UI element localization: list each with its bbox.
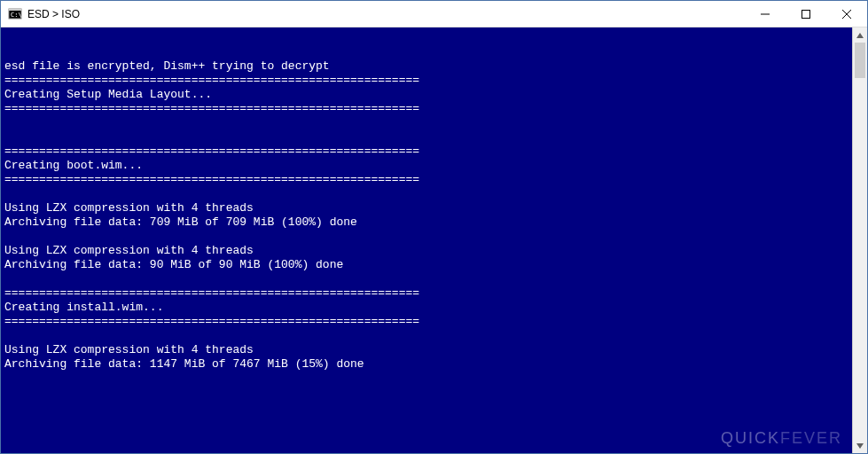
close-button[interactable] <box>826 1 867 27</box>
console-output[interactable]: esd file is encrypted, Dism++ trying to … <box>1 27 852 453</box>
scroll-track[interactable] <box>853 43 867 438</box>
scroll-up-button[interactable] <box>853 27 867 43</box>
svg-rect-1 <box>9 9 21 11</box>
svg-marker-8 <box>856 443 864 449</box>
titlebar[interactable]: C:\ ESD > ISO <box>1 1 867 27</box>
svg-text:C:\: C:\ <box>11 12 22 19</box>
window-title: ESD > ISO <box>27 8 745 20</box>
window-controls <box>745 1 867 27</box>
scroll-thumb[interactable] <box>855 43 865 78</box>
vertical-scrollbar[interactable] <box>852 27 867 453</box>
app-icon: C:\ <box>8 7 22 21</box>
scroll-down-button[interactable] <box>853 438 867 453</box>
svg-rect-4 <box>802 10 810 18</box>
minimize-button[interactable] <box>745 1 786 27</box>
app-window: C:\ ESD > ISO esd file is encrypted, Dis… <box>0 0 868 454</box>
maximize-button[interactable] <box>786 1 826 27</box>
client-area: esd file is encrypted, Dism++ trying to … <box>1 27 867 453</box>
svg-marker-7 <box>856 33 864 38</box>
